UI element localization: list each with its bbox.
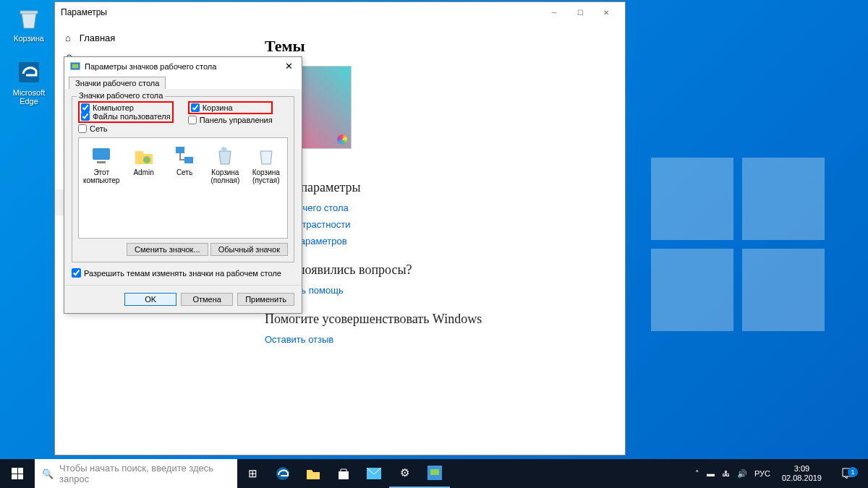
checkbox-input[interactable] [188,116,197,124]
svg-point-5 [143,156,150,163]
checkbox-computer[interactable]: Компьютер [81,103,171,112]
dialog-titlebar[interactable]: Параметры значков рабочего стола ✕ [64,57,302,75]
preview-label: Сеть [176,168,192,176]
preview-admin[interactable]: Admin [127,144,160,232]
control-panel-icon [70,61,80,72]
search-icon: 🔍 [42,468,54,479]
svg-rect-6 [176,147,184,153]
start-button[interactable] [0,459,35,488]
tray-clock[interactable]: 3:09 02.08.2019 [778,464,826,482]
clock-time: 3:09 [782,464,822,474]
tray-network-icon[interactable]: 🖧 [722,469,730,478]
sidebar-home[interactable]: ⌂ Главная [55,27,242,49]
windows-icon [12,468,23,479]
home-icon: ⌂ [65,33,71,43]
theme-sounds-row[interactable]: звуки [265,153,603,164]
settings-titlebar[interactable]: Параметры ─ ☐ ✕ [55,2,625,22]
checkbox-input[interactable] [81,103,90,112]
dialog-close-button[interactable]: ✕ [281,61,296,72]
preview-label: Корзина (пустая) [250,168,283,184]
checkbox-label: Файлы пользователя [93,112,171,121]
highlight-box: Корзина [188,101,273,114]
sidebar-home-label: Главная [80,33,115,43]
svg-rect-3 [93,148,110,160]
checkbox-label: Разрешить темам изменять значки на рабоч… [84,269,281,278]
preview-label: Корзина (полная) [208,168,242,184]
checkbox-controlpanel[interactable]: Панель управления [188,116,273,124]
taskbar-search[interactable]: 🔍 Чтобы начать поиск, введите здесь запр… [35,459,237,488]
taskbar-explorer[interactable] [298,459,328,488]
checkbox-userfiles[interactable]: Файлы пользователя [81,112,171,121]
notification-badge: 1 [848,467,858,477]
desktop-icon-edge[interactable]: Microsoft Edge [7,58,51,106]
tray-volume-icon[interactable]: 🔊 [737,469,747,479]
checkbox-label: Корзина [203,103,233,112]
minimize-button[interactable]: ─ [541,3,567,22]
taskbar-app[interactable] [420,459,450,488]
desktop-icon-recycle-bin[interactable]: Корзина [7,4,51,43]
apply-button[interactable]: Применить [237,293,294,306]
clock-date: 02.08.2019 [782,474,822,483]
link-feedback[interactable]: Оставить отзыв [265,334,603,345]
checkbox-label: Компьютер [93,103,134,112]
tray-battery-icon[interactable]: ▬ [707,469,715,478]
desktop-icons-dialog: Параметры значков рабочего стола ✕ Значк… [64,56,302,314]
preview-label: Admin [133,168,153,176]
ok-button[interactable]: OK [124,293,176,306]
svg-rect-4 [97,161,106,163]
allow-themes-checkbox[interactable]: Разрешить темам изменять значки на рабоч… [72,268,294,278]
system-tray: ˄ ▬ 🖧 🔊 РУС 3:09 02.08.2019 1 [689,459,868,488]
cancel-button[interactable]: Отмена [181,293,233,306]
taskbar: 🔍 Чтобы начать поиск, введите здесь запр… [0,459,868,488]
checkbox-input[interactable] [72,268,81,278]
close-button[interactable]: ✕ [593,3,619,22]
desktop-icons-group: Значки рабочего стола Компьютер Файлы по… [72,96,294,262]
link-sync-settings[interactable]: ваших параметров [265,236,603,247]
tray-chevron-up-icon[interactable]: ˄ [695,469,699,479]
icon-preview-list[interactable]: Этот компьютер Admin Сеть Корзина (полна… [78,137,288,239]
link-get-help[interactable]: Получить помощь [265,285,603,296]
default-icon-button[interactable]: Обычный значок [210,243,288,256]
page-heading: Темы [265,37,603,56]
checkbox-recycle[interactable]: Корзина [191,103,270,112]
checkbox-input[interactable] [78,124,87,133]
preview-network[interactable]: Сеть [168,144,201,232]
highlight-box: Компьютер Файлы пользователя [78,101,174,123]
search-placeholder: Чтобы начать поиск, введите здесь запрос [59,463,230,484]
link-high-contrast[interactable]: окой контрастности [265,219,603,230]
svg-rect-7 [184,157,193,163]
taskbar-edge[interactable] [268,459,298,488]
group-legend: Значки рабочего стола [77,91,165,100]
desktop-icon-label: Microsoft Edge [7,88,51,106]
checkbox-input[interactable] [191,103,200,112]
maximize-button[interactable]: ☐ [567,3,593,22]
improve-heading: Помогите усовершенствовать Windows [265,312,603,327]
taskbar-mail[interactable] [359,459,389,488]
taskbar-store[interactable] [328,459,359,488]
desktop-icon-label: Корзина [7,34,51,43]
related-heading: ющие параметры [265,180,603,195]
preview-recycle-full[interactable]: Корзина (полная) [208,144,242,232]
dialog-tabbar: Значки рабочего стола [64,75,302,89]
dialog-title: Параметры значков рабочего стола [85,62,216,71]
edge-icon [14,58,43,87]
window-title: Параметры [61,7,107,17]
preview-recycle-empty[interactable]: Корзина (пустая) [250,144,283,232]
checkbox-network[interactable]: Сеть [78,124,174,133]
checkbox-label: Сеть [90,124,107,133]
preview-this-pc[interactable]: Этот компьютер [83,144,119,232]
svg-rect-11 [430,469,439,475]
change-icon-button[interactable]: Сменить значок... [127,243,208,256]
tray-language[interactable]: РУС [754,469,770,478]
checkbox-input[interactable] [81,112,90,121]
taskbar-settings[interactable]: ⚙ [389,459,420,488]
dialog-tab[interactable]: Значки рабочего стола [69,77,166,89]
link-desktop-icons[interactable]: ков рабочего стола [265,202,603,213]
windows-logo-wallpaper [651,158,825,331]
questions-heading: У вас появились вопросы? [265,262,603,278]
action-center-button[interactable]: 1 [833,467,862,480]
preview-label: Этот компьютер [83,168,119,184]
svg-rect-2 [72,64,78,68]
recycle-bin-icon [14,4,43,33]
task-view-button[interactable]: ⊞ [237,459,268,488]
